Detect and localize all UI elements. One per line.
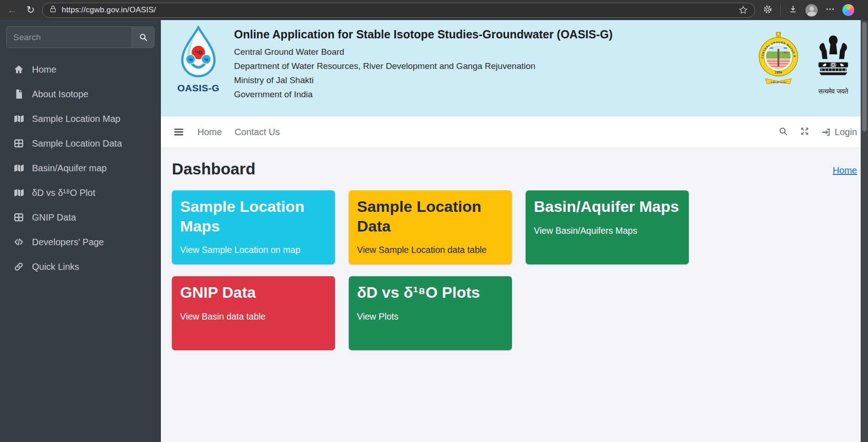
search-button[interactable]	[132, 26, 154, 48]
browser-toolbar: ← ↻ https://cgwb.gov.in/OASIS/	[0, 0, 868, 20]
table-icon	[13, 212, 24, 223]
sidebar-item-home[interactable]: Home	[0, 57, 161, 82]
search-icon	[138, 32, 148, 42]
sidebar-search	[6, 26, 154, 48]
org-line: Ministry of Jal Shakti	[234, 75, 612, 85]
seal-year: 1954	[775, 70, 782, 74]
org-line: Government of India	[234, 89, 612, 100]
file-icon	[13, 89, 24, 100]
oasis-logo: ¹⁶O ¹H ¹H OASIS-G	[173, 26, 224, 94]
browser-menu-icon[interactable]	[825, 4, 835, 16]
navbar-search-icon[interactable]	[778, 126, 788, 138]
nav-link-contact-us[interactable]: Contact Us	[234, 127, 280, 137]
card-dd-vs-d18o-plots[interactable]: δD vs δ¹⁸O Plots View Plots	[349, 276, 512, 350]
home-icon	[13, 64, 24, 75]
oxygen-label: ¹⁶O	[195, 50, 202, 55]
card-sample-location-maps[interactable]: Sample Location Maps View Sample Locatio…	[172, 190, 335, 264]
top-navbar: Home Contact Us Login	[161, 116, 868, 148]
card-subtitle: View Sample Location on map	[180, 245, 327, 255]
sidebar-item-label: Quick Links	[32, 262, 79, 272]
sidebar-item-sample-location-data[interactable]: Sample Location Data	[0, 131, 161, 156]
card-gnip-data[interactable]: GNIP Data View Basin data table	[172, 276, 335, 350]
card-title: Sample Location Maps	[180, 197, 327, 236]
profile-avatar[interactable]	[805, 4, 818, 16]
card-title: GNIP Data	[180, 283, 327, 302]
browser-actions	[760, 4, 854, 16]
sidebar-item-dd-vs-d18o-plot[interactable]: δD vs δ¹⁸O Plot	[0, 180, 161, 205]
org-line: Department of Water Resources, River Dev…	[234, 61, 612, 71]
sidebar-item-label: About Isotope	[32, 89, 88, 100]
table-icon	[13, 138, 24, 149]
refresh-icon[interactable]: ↻	[24, 3, 37, 17]
downloads-icon[interactable]	[788, 4, 798, 16]
copilot-icon[interactable]	[842, 4, 854, 16]
masthead-titles: Online Application for Stable Isotope St…	[234, 28, 612, 100]
card-subtitle: View Sample Location data table	[357, 245, 504, 255]
login-button[interactable]: Login	[821, 127, 857, 137]
link-icon	[13, 261, 24, 272]
sidebar-item-label: Basin/Aquifer map	[32, 163, 107, 174]
card-sample-location-data[interactable]: Sample Location Data View Sample Locatio…	[349, 190, 512, 264]
lock-icon[interactable]	[49, 5, 57, 15]
sidebar-item-sample-location-map[interactable]: Sample Location Map	[0, 106, 161, 131]
map-icon	[13, 163, 24, 174]
org-line: Central Ground Water Board	[234, 47, 612, 57]
sidebar-item-label: δD vs δ¹⁸O Plot	[32, 188, 96, 198]
sidebar-item-basin-aquifer-map[interactable]: Basin/Aquifer map	[0, 156, 161, 180]
sidebar-item-label: Sample Location Map	[32, 114, 120, 124]
sidebar-item-developers-page[interactable]: Developers' Page	[0, 230, 161, 254]
page-scrollbar[interactable]	[861, 20, 868, 442]
card-title: Basin/Aquifer Maps	[534, 197, 681, 216]
ashoka-emblem-icon	[813, 31, 853, 85]
seal-ribbon-text: केन्द्रीय भूमि जल बोर्ड	[770, 81, 786, 84]
hydrogen-right-label: ¹H	[204, 58, 208, 62]
map-icon	[13, 113, 24, 124]
emblem-caption: सत्यमेव जयते	[813, 88, 853, 95]
extensions-icon[interactable]	[762, 4, 773, 16]
cgwb-seal: CENTRAL GROUND WATER BOARD 1954 केन्द्री…	[756, 31, 800, 89]
card-title: δD vs δ¹⁸O Plots	[357, 283, 504, 302]
card-subtitle: View Plots	[357, 311, 504, 322]
sidebar-item-quick-links[interactable]: Quick Links	[0, 254, 161, 279]
card-subtitle: View Basin data table	[180, 311, 327, 322]
hamburger-menu-icon[interactable]	[173, 126, 185, 138]
card-subtitle: View Basin/Aquifers Maps	[534, 226, 681, 236]
dashboard-content: Dashboard Home Sample Location Maps View…	[161, 148, 868, 442]
dashboard-cards: Sample Location Maps View Sample Locatio…	[172, 190, 857, 350]
sidebar-item-label: GNIP Data	[32, 212, 76, 223]
sign-in-icon	[821, 127, 831, 137]
browser-window: ← ↻ https://cgwb.gov.in/OASIS/	[0, 0, 868, 442]
back-icon[interactable]: ←	[5, 3, 19, 17]
url-text[interactable]: https://cgwb.gov.in/OASIS/	[62, 5, 156, 15]
card-basin-aquifer-maps[interactable]: Basin/Aquifer Maps View Basin/Aquifers M…	[526, 190, 689, 264]
login-label: Login	[835, 127, 857, 137]
hydrogen-left-label: ¹H	[188, 58, 192, 62]
india-emblem: सत्यमेव जयते	[813, 31, 853, 95]
sidebar: Home About Isotope Sample Location Map S…	[0, 20, 161, 442]
site-title: Online Application for Stable Isotope St…	[234, 28, 612, 41]
toolbar-divider	[780, 5, 781, 15]
code-icon	[13, 237, 24, 247]
sidebar-item-label: Home	[32, 64, 56, 75]
oasis-logo-label: OASIS-G	[173, 83, 224, 94]
fullscreen-icon[interactable]	[799, 126, 810, 138]
water-drop-logo-icon: ¹⁶O ¹H ¹H	[176, 26, 221, 80]
map-icon	[13, 187, 24, 198]
sidebar-item-gnip-data[interactable]: GNIP Data	[0, 205, 161, 230]
sidebar-item-label: Sample Location Data	[32, 138, 122, 149]
site-masthead: ¹⁶O ¹H ¹H OASIS-G Online Application for…	[161, 20, 868, 116]
card-title: Sample Location Data	[357, 197, 504, 236]
sidebar-menu: Home About Isotope Sample Location Map S…	[0, 57, 161, 279]
scrollbar-thumb[interactable]	[862, 22, 867, 132]
favorite-star-icon[interactable]	[738, 5, 748, 15]
search-input[interactable]	[6, 26, 132, 48]
sidebar-item-label: Developers' Page	[32, 237, 104, 247]
breadcrumb-home-link[interactable]: Home	[833, 165, 857, 176]
sidebar-item-about-isotope[interactable]: About Isotope	[0, 82, 161, 106]
address-bar[interactable]: https://cgwb.gov.in/OASIS/	[42, 3, 755, 18]
nav-link-home[interactable]: Home	[197, 127, 222, 137]
page-title: Dashboard	[172, 160, 256, 178]
